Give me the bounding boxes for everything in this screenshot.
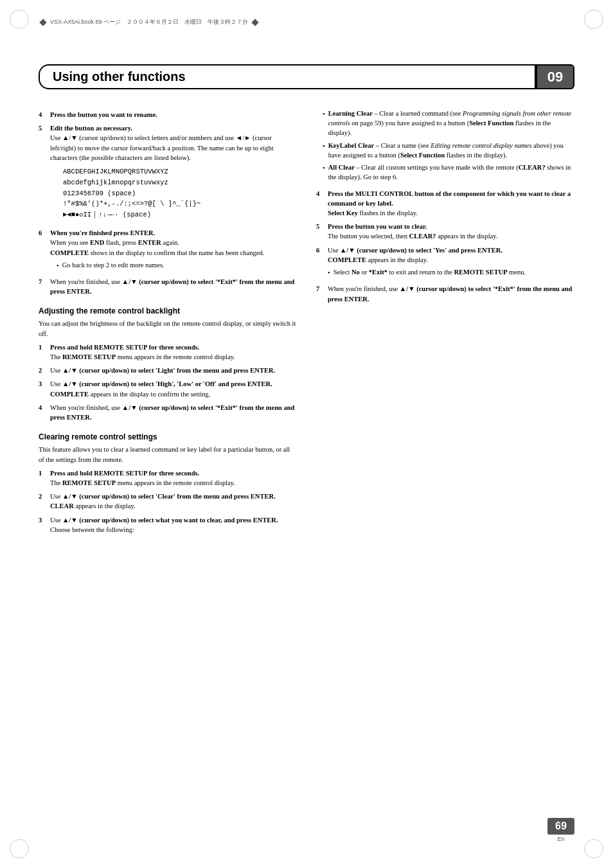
adj-step-2: 2 Use ▲/▼ (cursor up/down) to select 'Li…	[39, 366, 297, 375]
clr-step-num-2: 2	[39, 492, 48, 511]
right-step-6-body: COMPLETE appears in the display.	[328, 255, 574, 265]
step-7-exit: 7 When you're finished, use ▲/▼ (cursor …	[39, 277, 297, 296]
step-4-text: Press the button you want to rename.	[50, 111, 157, 118]
diamond-icon-2	[251, 19, 258, 26]
step-6-body1: When you see END flash, press ENTER agai…	[50, 238, 297, 247]
adj-step-1: 1 Press and hold REMOTE SETUP for three …	[39, 342, 297, 362]
step-6-finished: 6 When you're finished press ENTER. When…	[39, 228, 297, 273]
bullet3-head: All Clear	[328, 164, 355, 171]
step-4-heading: Press the button you want to rename.	[50, 111, 157, 118]
corner-mark-br	[581, 836, 607, 862]
right-step-num-5: 5	[316, 222, 325, 241]
bullet1-head: Learning Clear	[328, 110, 373, 117]
char-line-5: ►◄■●◇II｜↑↓→←· (space)	[63, 209, 297, 220]
char-line-2: abcdefghijklmnopqrstuvwxyz	[63, 177, 297, 188]
section-backlight-heading: Adjusting the remote control backlight	[39, 306, 297, 315]
clr-step-2-heading: Use ▲/▼ (cursor up/down) to select 'Clea…	[50, 492, 297, 501]
clr-step-2-body: CLEAR appears in the display.	[50, 501, 297, 511]
step-7-text: When you're finished, use ▲/▼ (cursor up…	[50, 277, 297, 296]
step-6-bullet: • Go back to step 2 to edit more names.	[50, 260, 297, 270]
clr-step-3: 3 Use ▲/▼ (cursor up/down) to select wha…	[39, 515, 297, 535]
section-clearing-heading: Clearing remote control settings	[39, 432, 297, 441]
right-step-7-heading: When you're finished, use ▲/▼ (cursor up…	[328, 284, 574, 303]
adj-step-3: 3 Use ▲/▼ (cursor up/down) to select 'Hi…	[39, 379, 297, 398]
page-header: Using other functions 09	[39, 64, 574, 89]
header-title: Using other functions	[39, 64, 536, 89]
right-step-num-4: 4	[316, 189, 325, 218]
char-table: ABCDEFGHIJKLMNOPQRSTUVWXYZ abcdefghijklm…	[63, 166, 297, 220]
adj-step-2-text: Use ▲/▼ (cursor up/down) to select 'Ligh…	[50, 366, 297, 375]
right-step-6-heading: Use ▲/▼ (cursor up/down) to select 'Yes'…	[328, 245, 574, 255]
corner-mark-tr	[581, 6, 607, 32]
step-6-body2: COMPLETE shows in the display to confirm…	[50, 248, 297, 258]
char-line-1: ABCDEFGHIJKLMNOPQRSTUVWXYZ	[63, 166, 297, 177]
clr-step-2: 2 Use ▲/▼ (cursor up/down) to select 'Cl…	[39, 492, 297, 511]
page-number-badge: 69	[547, 818, 574, 835]
step-num-7: 7	[39, 277, 48, 296]
right-step-6: 6 Use ▲/▼ (cursor up/down) to select 'Ye…	[316, 245, 574, 281]
corner-mark-tl	[6, 6, 32, 32]
step-num-4: 4	[39, 110, 48, 120]
step-num-5: 5	[39, 123, 48, 224]
top-info-bar: VSX-AX5Ai.book 69 ページ ２００４年６月２日 水曜日 午後３時…	[39, 18, 574, 26]
step-6-heading: When you're finished press ENTER.	[50, 229, 155, 236]
right-step-4: 4 Press the MULTI CONTROL button of the …	[316, 189, 574, 218]
right-step-4-heading: Press the MULTI CONTROL button of the co…	[328, 189, 574, 208]
adj-step-num-3: 3	[39, 379, 48, 398]
adj-step-num-4: 4	[39, 403, 48, 422]
char-line-3: 0123456789 (space)	[63, 188, 297, 199]
clr-step-1-body: The REMOTE SETUP menu appears in the rem…	[50, 478, 297, 488]
bullet-keylabel-clear: • KeyLabel Clear – Clear a name (see Edi…	[316, 141, 574, 160]
bullet3-body: – Clear all custom settings you have mad…	[328, 164, 571, 181]
right-column: • Learning Clear – Clear a learned comma…	[316, 106, 574, 538]
clr-step-num-1: 1	[39, 468, 48, 488]
right-step-5-heading: Press the button you want to clear.	[328, 222, 574, 231]
bullet-learning-clear: • Learning Clear – Clear a learned comma…	[316, 109, 574, 138]
adj-step-num-2: 2	[39, 366, 48, 375]
right-step-5-body: The button you selected, then CLEAR? app…	[328, 231, 574, 241]
left-column: 4 Press the button you want to rename. 5…	[39, 106, 297, 538]
step-5-heading: Edit the button as necessary.	[50, 125, 132, 132]
clr-step-3-body: Choose between the following:	[50, 525, 297, 535]
right-step-5: 5 Press the button you want to clear. Th…	[316, 222, 574, 241]
diamond-icon	[39, 19, 46, 26]
header-chapter: 09	[536, 64, 574, 89]
clr-step-1-heading: Press and hold REMOTE SETUP for three se…	[50, 468, 297, 478]
right-step-6-bullet: • Select No or *Exit* to exit and return…	[328, 267, 574, 278]
char-line-4: !"#$%&'()*+,-./:;<=>?@[ \ ]^_`{|}~	[63, 199, 297, 209]
step-num-6: 6	[39, 228, 48, 273]
right-step-num-7: 7	[316, 284, 325, 303]
step-5-edit: 5 Edit the button as necessary. Use ▲/▼ …	[39, 123, 297, 224]
page: VSX-AX5Ai.book 69 ページ ２００４年６月２日 水曜日 午後３時…	[0, 0, 613, 868]
bullet2-head: KeyLabel Clear	[328, 142, 374, 149]
clr-step-3-heading: Use ▲/▼ (cursor up/down) to select what …	[50, 515, 297, 525]
right-step-7: 7 When you're finished, use ▲/▼ (cursor …	[316, 284, 574, 303]
bullet-all-clear: • All Clear – Clear all custom settings …	[316, 163, 574, 182]
section-clearing-intro: This feature allows you to clear a learn…	[39, 445, 297, 464]
adj-step-4-text: When you're finished, use ▲/▼ (cursor up…	[50, 403, 297, 422]
adj-step-3-body: COMPLETE appears in the display to confi…	[50, 389, 297, 399]
step-4-rename: 4 Press the button you want to rename.	[39, 110, 297, 120]
right-step-4-body: Select Key flashes in the display.	[328, 208, 574, 218]
top-info-text: VSX-AX5Ai.book 69 ページ ２００４年６月２日 水曜日 午後３時…	[50, 18, 248, 26]
page-lang: En	[557, 836, 564, 842]
step-5-body: Use ▲/▼ (cursor up/down) to select lette…	[50, 133, 297, 163]
clr-step-1: 1 Press and hold REMOTE SETUP for three …	[39, 468, 297, 488]
clr-step-num-3: 3	[39, 515, 48, 535]
adj-step-1-body: The REMOTE SETUP menu appears in the rem…	[50, 352, 297, 362]
page-number-box: 69 En	[547, 818, 574, 842]
adj-step-3-text: Use ▲/▼ (cursor up/down) to select 'High…	[50, 379, 297, 389]
adj-step-1-heading: Press and hold REMOTE SETUP for three se…	[50, 344, 199, 351]
adj-step-num-1: 1	[39, 342, 48, 362]
right-step-num-6: 6	[316, 245, 325, 281]
corner-mark-bl	[6, 836, 32, 862]
content-area: 4 Press the button you want to rename. 5…	[39, 106, 574, 538]
section-backlight-intro: You can adjust the brightness of the bac…	[39, 319, 297, 338]
adj-step-4: 4 When you're finished, use ▲/▼ (cursor …	[39, 403, 297, 422]
